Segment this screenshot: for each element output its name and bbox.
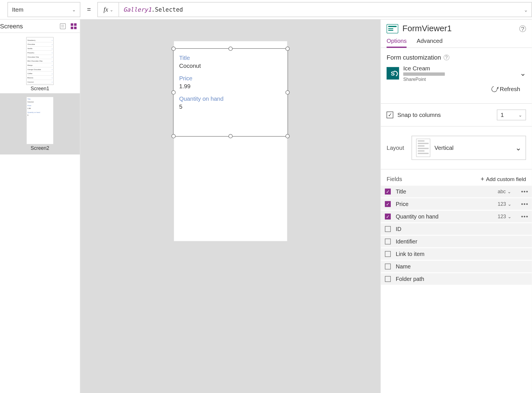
tree-view-icon[interactable] — [60, 23, 66, 29]
resize-handle[interactable] — [228, 47, 233, 51]
field-label: Price — [179, 75, 282, 81]
resize-handle[interactable] — [171, 90, 176, 94]
field-name: Title — [396, 188, 493, 195]
data-source-picker[interactable]: S Ice Cream SharePoint ⌄ — [387, 65, 526, 82]
field-value: 1.99 — [179, 83, 282, 89]
field-label: Quantity on hand — [179, 95, 282, 102]
formula-input[interactable]: Gallery1.Selected ⌄ — [119, 2, 532, 17]
help-icon[interactable]: ? — [444, 54, 449, 60]
data-source-provider: SharePoint — [403, 77, 516, 82]
columns-dropdown[interactable]: 1 ⌄ — [497, 110, 526, 120]
chevron-down-icon: ⌄ — [524, 7, 527, 12]
field-more-button[interactable]: ••• — [520, 201, 529, 207]
data-source-title: Ice Cream — [403, 65, 516, 72]
chevron-down-icon: ⌄ — [518, 112, 522, 117]
screen-label: Screen2 — [2, 145, 78, 151]
field-name: Name — [396, 263, 529, 270]
field-name: Link to item — [396, 251, 529, 257]
help-icon[interactable]: ? — [519, 25, 526, 32]
formula-bar: Item ⌄ = fx⌄ Gallery1.Selected ⌄ — [0, 0, 532, 20]
field-row[interactable]: Quantity on hand123 ⌄••• — [381, 211, 532, 222]
field-more-button[interactable]: ••• — [520, 188, 529, 195]
screen-thumbnail-2[interactable]: Title Coconut Price 1.99 Quantity on han… — [0, 93, 80, 155]
snap-checkbox[interactable] — [387, 112, 393, 118]
field-row[interactable]: Name — [381, 261, 532, 272]
field-more-button[interactable]: ••• — [520, 213, 529, 220]
resize-handle[interactable] — [285, 90, 290, 94]
screens-header: Screens — [0, 20, 80, 33]
refresh-icon — [490, 85, 498, 93]
field-row[interactable]: Folder path — [381, 273, 532, 285]
fx-button[interactable]: fx⌄ — [98, 2, 119, 17]
chevron-down-icon: ⌄ — [110, 7, 113, 12]
screen-preview: Title Coconut Price 1.99 Quantity on han… — [174, 41, 287, 241]
sharepoint-icon: S — [387, 67, 399, 79]
field-type-dropdown[interactable]: 123 ⌄ — [498, 214, 515, 220]
field-label: Title — [179, 54, 282, 61]
resize-handle[interactable] — [171, 134, 176, 138]
field-name: Identifier — [396, 238, 529, 245]
field-name: Folder path — [396, 276, 529, 282]
field-name: ID — [396, 226, 529, 232]
field-row[interactable]: Identifier — [381, 236, 532, 247]
field-row[interactable]: Titleabc ⌄••• — [381, 186, 532, 197]
field-checkbox[interactable] — [385, 214, 391, 220]
add-custom-field-button[interactable]: Add custom field — [481, 175, 526, 182]
equals-sign: = — [87, 6, 91, 13]
layout-picker[interactable]: Vertical ⌄ — [411, 136, 526, 160]
form-customization-header: Form customization ? — [387, 54, 526, 61]
field-checkbox[interactable] — [385, 239, 391, 245]
resize-handle[interactable] — [285, 47, 290, 51]
layout-label: Layout — [387, 144, 404, 151]
field-name: Price — [396, 201, 493, 207]
field-type-dropdown[interactable]: 123 ⌄ — [498, 201, 515, 207]
data-source-account — [403, 72, 445, 76]
screen-thumbnail-1[interactable]: Strawberry›Chocolate›Vanilla›Pistachio›C… — [2, 37, 78, 92]
layout-thumbnail-icon — [416, 139, 430, 157]
screen-thumbnails: Strawberry›Chocolate›Vanilla›Pistachio›C… — [0, 33, 80, 160]
resize-handle[interactable] — [228, 134, 233, 138]
chevron-down-icon: ⌄ — [72, 7, 76, 12]
panel-tabs: Options Advanced — [381, 33, 532, 48]
field-row[interactable]: Price123 ⌄••• — [381, 198, 532, 210]
field-checkbox[interactable] — [385, 264, 391, 270]
control-name: FormViewer1 — [402, 24, 515, 33]
form-icon — [387, 24, 398, 33]
fields-list: Titleabc ⌄•••Price123 ⌄•••Quantity on ha… — [381, 186, 532, 285]
snap-to-columns-row: Snap to columns 1 ⌄ — [381, 103, 532, 127]
chevron-down-icon: ⌄ — [520, 69, 526, 78]
field-checkbox[interactable] — [385, 251, 391, 257]
snap-label: Snap to columns — [397, 112, 493, 118]
resize-handle[interactable] — [171, 47, 176, 51]
design-canvas[interactable]: Title Coconut Price 1.99 Quantity on han… — [80, 20, 380, 393]
layout-row: Layout Vertical ⌄ — [381, 127, 532, 169]
chevron-down-icon: ⌄ — [515, 143, 522, 152]
field-checkbox[interactable] — [385, 189, 391, 195]
property-dropdown[interactable]: Item ⌄ — [7, 2, 80, 17]
refresh-button[interactable]: Refresh — [387, 82, 526, 93]
fields-header: Fields Add custom field — [381, 169, 532, 186]
screens-panel: Screens Strawberry›Chocolate›Vanilla›Pis… — [0, 20, 80, 393]
field-value: Coconut — [179, 62, 282, 69]
field-checkbox[interactable] — [385, 226, 391, 232]
screen-label: Screen1 — [2, 86, 78, 92]
field-name: Quantity on hand — [396, 213, 493, 220]
field-value: 5 — [179, 103, 282, 110]
field-type-dropdown[interactable]: abc ⌄ — [498, 189, 515, 195]
screens-title: Screens — [0, 22, 23, 30]
tab-advanced[interactable]: Advanced — [417, 37, 442, 47]
field-row[interactable]: Link to item — [381, 248, 532, 260]
field-checkbox[interactable] — [385, 276, 391, 282]
form-viewer[interactable]: Title Coconut Price 1.99 Quantity on han… — [173, 48, 288, 136]
thumbnail-view-icon[interactable] — [71, 23, 77, 29]
property-name: Item — [12, 6, 24, 13]
fields-label: Fields — [387, 176, 402, 182]
properties-panel: FormViewer1 ? Options Advanced Form cust… — [380, 20, 532, 393]
resize-handle[interactable] — [285, 134, 290, 138]
field-checkbox[interactable] — [385, 201, 391, 207]
tab-options[interactable]: Options — [387, 37, 407, 48]
field-row[interactable]: ID — [381, 223, 532, 235]
